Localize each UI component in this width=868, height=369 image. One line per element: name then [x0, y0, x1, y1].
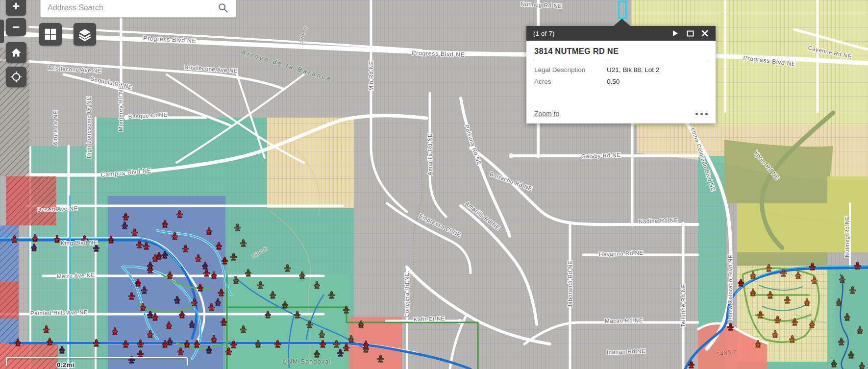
popup-menu-button[interactable] — [695, 113, 708, 115]
map-stage: Progress Blvd NE Progress Blvd NE Progre… — [0, 0, 868, 369]
feature-popup: (1 of 7) 3814 NUTMEG RD NE Legal De — [526, 26, 716, 123]
street-label-conejera: Conejera Rd NE — [404, 272, 410, 318]
zoom-out-label: − — [12, 21, 20, 33]
popup-field-row: Legal Description U21, Blk 88, Lot 2 — [534, 66, 708, 74]
field-value: U21, Blk 88, Lot 2 — [607, 66, 659, 74]
maximize-icon — [687, 30, 694, 37]
popup-close-button[interactable] — [699, 27, 711, 39]
feature-label-unm-sandoval: UNM Sandoval — [282, 358, 331, 365]
street-label-loma-colorado-2: Loma Colorado Blvd NE — [727, 254, 733, 321]
search-input[interactable] — [41, 0, 210, 17]
street-label-macao: Macao Rd NE — [605, 318, 643, 324]
scale-bar-label: 0.2mi — [57, 361, 74, 369]
field-label: Acres — [534, 78, 607, 85]
zoom-out-button[interactable]: − — [6, 18, 26, 36]
popup-dock-button[interactable] — [684, 27, 696, 39]
locate-button[interactable] — [6, 67, 26, 87]
popup-body: 3814 NUTMEG RD NE Legal Description U21,… — [526, 41, 716, 110]
popup-title: 3814 NUTMEG RD NE — [534, 47, 708, 56]
popup-next-button[interactable] — [670, 27, 681, 39]
zoom-in-label: + — [12, 0, 20, 12]
map-canvas[interactable]: Progress Blvd NE Progress Blvd NE Progre… — [0, 0, 868, 369]
street-label-king: King Blvd NE — [61, 240, 98, 246]
field-label: Legal Description — [534, 66, 607, 74]
popup-header: (1 of 7) — [526, 26, 716, 41]
basemap-gallery-button[interactable] — [39, 23, 62, 46]
home-icon — [10, 46, 23, 59]
search-icon — [218, 2, 228, 13]
address-search-widget — [40, 0, 236, 18]
street-label-painted-hills: Painted Hills Ave NE — [30, 309, 88, 316]
edge-widget-fragment — [0, 20, 4, 43]
street-label-jaborandi: Jaborandi Rd NE — [567, 260, 573, 308]
popup-beak — [614, 19, 630, 26]
next-arrow-icon — [672, 30, 678, 37]
search-button[interactable] — [210, 0, 236, 17]
locate-icon — [9, 70, 23, 84]
street-label-monterey: Monterey Rd NE — [118, 86, 124, 131]
street-label-nutmeg-right: Nutmeg Rd NE — [844, 216, 850, 257]
street-label-kafir: Kafir Ct NE — [414, 316, 446, 322]
close-icon — [701, 30, 708, 37]
layers-icon — [77, 27, 92, 42]
popup-pager: (1 of 7) — [533, 30, 555, 37]
popup-footer: Zoom to — [526, 110, 716, 123]
zoom-in-button[interactable]: + — [6, 0, 26, 16]
home-button[interactable] — [6, 42, 26, 63]
street-label-high-lonesome: High Lonesome Dr NE — [86, 97, 92, 158]
popup-divider — [534, 61, 708, 61]
street-label-telluride: Telluride Rd NE — [680, 284, 686, 327]
layers-button[interactable] — [74, 23, 96, 46]
popup-field-row: Acres 0.50 — [534, 78, 708, 85]
street-label-min-rd: Min Rd NE — [368, 61, 374, 91]
zoom-to-link[interactable]: Zoom to — [534, 110, 559, 118]
street-label-altura: Altura Dr NE — [52, 110, 58, 146]
basemap-grid-icon — [44, 28, 57, 41]
street-label-amarilis-1: Amarilis Rd NE — [427, 133, 433, 175]
field-value: 0.50 — [607, 78, 620, 85]
